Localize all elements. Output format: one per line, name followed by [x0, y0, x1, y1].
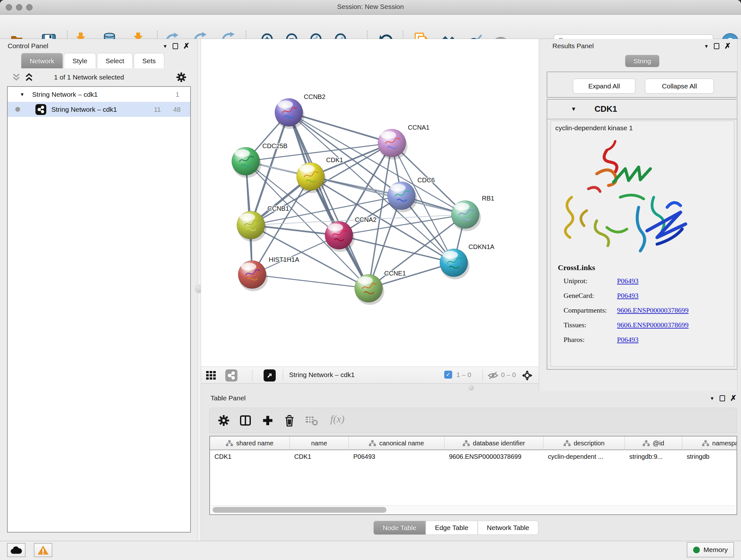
node-HIST1H1A[interactable]: [238, 260, 268, 291]
maximize-panel-icon[interactable]: [173, 43, 178, 49]
crosslink-compartments-link[interactable]: 9606.ENSP00000378699: [617, 306, 689, 314]
fit-content-crosshair-icon[interactable]: [522, 370, 532, 381]
selected-checkbox[interactable]: ✓: [444, 371, 452, 379]
collapse-all-button[interactable]: Collapse All: [645, 78, 714, 94]
table-cell[interactable]: CDK1: [210, 450, 290, 463]
edge-CCNB2-CCNE1[interactable]: [289, 112, 368, 288]
app-window: Session: New Session: [0, 0, 741, 560]
show-columns-button[interactable]: [239, 415, 252, 427]
node-table: shared namenamecanonical namedatabase id…: [209, 436, 737, 515]
table-cell[interactable]: 9606.ENSP00000378699: [445, 450, 543, 463]
cloud-button[interactable]: [7, 543, 25, 557]
close-panel-icon[interactable]: ✗: [730, 394, 737, 402]
network-canvas[interactable]: CCNB2CCNA1CDC25BCDK1CDC6RB1CCNB1CCNA2CDK…: [201, 39, 539, 367]
node-label-CCNE1: CCNE1: [384, 270, 406, 277]
column-header--id[interactable]: @id: [625, 436, 682, 450]
results-scrollbar[interactable]: [737, 39, 741, 391]
expand-all-button[interactable]: Expand All: [573, 78, 635, 94]
table-cell[interactable]: cyclin-dependent ...: [543, 450, 625, 463]
network-status-bar: String Network – cdk1 ✓ 1 – 0 0 – 0: [201, 367, 539, 384]
node-CDK1[interactable]: [296, 163, 326, 193]
separator: [252, 369, 253, 381]
node-label-CDC6: CDC6: [417, 177, 434, 184]
table-toolbar: f(x): [209, 408, 737, 433]
column-header-name[interactable]: name: [290, 436, 349, 450]
edge-CCNA2-CDKN1A[interactable]: [339, 235, 454, 263]
network-collection-row[interactable]: ▼ String Network – cdk1 1: [8, 87, 190, 102]
crosslink-pharos-link[interactable]: P06493: [617, 335, 638, 344]
node-CCNA1[interactable]: [378, 129, 408, 160]
node-CCNB2[interactable]: [275, 98, 305, 129]
table-cell[interactable]: stringdb: [682, 450, 737, 463]
tab-network-table[interactable]: Network Table: [478, 521, 539, 535]
create-column-button[interactable]: [261, 415, 274, 427]
table-cell[interactable]: stringdb:9...: [625, 450, 682, 463]
column-header-description[interactable]: description: [543, 436, 625, 450]
column-header-database-identifier[interactable]: database identifier: [445, 436, 543, 450]
protein-caret-icon[interactable]: ▼: [571, 106, 576, 112]
network-overview-share-icon[interactable]: [225, 369, 238, 381]
crosslink-label: Uniprot:: [563, 277, 615, 285]
memory-status-dot: [693, 547, 700, 553]
edge-HIST1H1A-CCNE1[interactable]: [252, 274, 368, 288]
column-header-shared-name[interactable]: shared name: [210, 436, 290, 450]
crosslink-row: Pharos: P06493: [563, 335, 730, 350]
delete-column-button[interactable]: [283, 415, 296, 427]
node-RB1[interactable]: [451, 200, 481, 231]
close-panel-icon[interactable]: ✗: [724, 42, 731, 50]
horizontal-splitter-toggle[interactable]: [468, 385, 474, 390]
network-current-dot-icon: [15, 107, 20, 112]
tab-string[interactable]: String: [625, 55, 659, 67]
close-panel-icon[interactable]: ✗: [183, 42, 190, 50]
tab-select[interactable]: Select: [97, 53, 133, 68]
float-panel-icon[interactable]: ▼: [163, 44, 167, 49]
column-header-namespace[interactable]: namespace: [682, 436, 737, 450]
node-label-CCNB1: CCNB1: [267, 205, 289, 212]
scrollbar-thumb[interactable]: [212, 507, 387, 513]
grid-view-icon[interactable]: [206, 371, 216, 380]
crosslink-tissues-link[interactable]: 9606.ENSP00000378699: [617, 321, 689, 329]
node-CDKN1A[interactable]: [440, 249, 469, 279]
column-label: @id: [653, 440, 664, 447]
tab-network[interactable]: Network: [21, 53, 63, 68]
node-CCNE1[interactable]: [354, 274, 384, 305]
float-panel-icon[interactable]: ▼: [710, 396, 715, 401]
table-cell[interactable]: P06493: [349, 450, 445, 463]
tab-sets[interactable]: Sets: [134, 53, 164, 68]
current-network-title: String Network – cdk1: [289, 371, 354, 379]
tab-edge-table[interactable]: Edge Table: [426, 521, 478, 535]
float-panel-icon[interactable]: ▼: [704, 44, 709, 49]
hierarchy-icon: [643, 440, 650, 447]
protein-header[interactable]: ▼ CDK1: [547, 100, 737, 119]
network-row[interactable]: String Network – cdk1 11 48: [8, 102, 190, 117]
table-horizontal-scrollbar[interactable]: [211, 505, 736, 514]
birdseye-view-button[interactable]: [264, 369, 276, 381]
node-CDC25B[interactable]: [232, 147, 261, 178]
function-builder-button[interactable]: f(x): [330, 413, 344, 425]
maximize-panel-icon[interactable]: [720, 395, 725, 401]
crosslink-label: Pharos:: [563, 335, 615, 344]
table-options-gear-button[interactable]: [217, 415, 230, 427]
network-options-gear-button[interactable]: [176, 72, 186, 82]
delete-table-button[interactable]: [306, 415, 318, 427]
memory-button[interactable]: Memory: [687, 542, 734, 557]
edge-CCNA2-HIST1H1A[interactable]: [252, 235, 339, 274]
table-cell[interactable]: CDK1: [290, 450, 349, 463]
table-tabs: Node Table Edge Table Network Table: [374, 521, 538, 535]
tab-style[interactable]: Style: [64, 53, 96, 68]
tab-node-table[interactable]: Node Table: [374, 521, 426, 535]
node-CDC6[interactable]: [387, 182, 417, 212]
crosslink-uniprot-link[interactable]: P06493: [617, 277, 638, 285]
maximize-panel-icon[interactable]: [714, 43, 719, 49]
hierarchy-icon: [463, 440, 470, 447]
hidden-eye-slash-icon[interactable]: [488, 371, 498, 380]
crosslink-genecard-link[interactable]: P06493: [617, 292, 638, 300]
memory-label: Memory: [704, 546, 728, 554]
collection-caret-icon[interactable]: ▼: [20, 91, 24, 97]
hidden-counts: 0 – 0: [501, 371, 516, 379]
network-tree: ▼ String Network – cdk1 1 String Network…: [7, 86, 191, 533]
hierarchy-icon: [369, 440, 376, 447]
warning-button[interactable]: [34, 543, 52, 557]
table-row[interactable]: CDK1CDK1P064939606.ENSP00000378699cyclin…: [210, 450, 737, 463]
column-header-canonical-name[interactable]: canonical name: [349, 436, 445, 450]
